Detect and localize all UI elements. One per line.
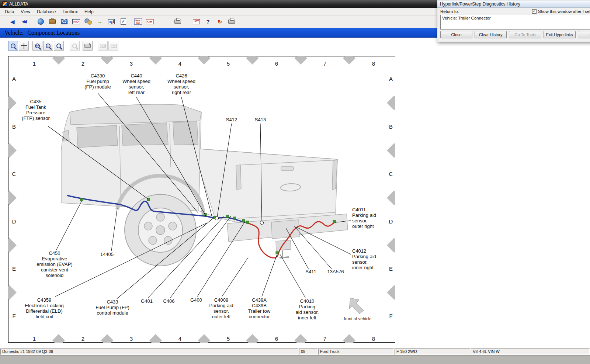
briefcase-icon xyxy=(49,19,56,24)
component-location-diagram[interactable]: front of vehicle 1122334455667788AABBCCD… xyxy=(8,56,395,343)
menu-help[interactable]: Help xyxy=(81,8,97,15)
show-window-checkbox[interactable]: ✓ xyxy=(532,9,537,14)
grid-col-8-bottom: 8 xyxy=(372,336,375,342)
callout-g401[interactable]: G401 xyxy=(141,298,153,304)
fax-printer-icon xyxy=(228,20,235,24)
show-window-checkbox-label: Show this window after I select a hype xyxy=(538,9,590,14)
asd-icon: ASD xyxy=(72,19,80,24)
menu-database[interactable]: Database xyxy=(34,8,59,15)
zoom-window-button[interactable]: □ xyxy=(43,41,53,51)
zoom-100-button[interactable]: 100% xyxy=(32,41,42,51)
grid-row-B-right: B xyxy=(389,124,393,130)
zoom-previous-button[interactable] xyxy=(70,41,80,51)
menu-toolbox[interactable]: Toolbox xyxy=(59,8,81,15)
grid-col-2-top: 2 xyxy=(81,60,84,67)
double-back-icon: ◀◀ xyxy=(22,20,27,24)
status-bar: Domestic #1 1982-09 Q3-0909Ford TruckF 1… xyxy=(0,348,590,355)
back-icon: ◀ xyxy=(11,19,15,24)
bottom-strip xyxy=(0,355,590,364)
grid-col-7-top: 7 xyxy=(323,60,326,67)
history-button[interactable] xyxy=(35,16,46,27)
car-arrow-icon: ↻ xyxy=(218,19,222,24)
callout-s413[interactable]: S413 xyxy=(255,117,266,122)
zoom-in-button[interactable]: + xyxy=(8,41,18,51)
status-field-4: V8-4.6L VIN W xyxy=(471,349,590,355)
grid-col-2-bottom: 2 xyxy=(81,336,84,342)
grid-row-D-left: D xyxy=(12,218,16,225)
pan-button[interactable] xyxy=(19,41,29,51)
splice-s412 xyxy=(215,217,219,220)
callout-n13a576[interactable]: 13A576 xyxy=(327,269,344,274)
zoom-100-icon: 100% xyxy=(35,44,40,48)
history-listbox[interactable]: Vehicle: Trailer Connector xyxy=(440,15,590,30)
dialog-help-button[interactable]: Help xyxy=(578,31,590,38)
pan-icon xyxy=(21,43,27,49)
reports-button[interactable] xyxy=(105,16,117,27)
world-clock-icon xyxy=(38,18,44,25)
grid-col-4-bottom: 4 xyxy=(178,336,181,342)
car-button[interactable]: Car xyxy=(144,16,156,27)
content-area: +100%□− xyxy=(0,38,590,348)
car-history-button[interactable]: ↻ xyxy=(214,16,226,27)
grid-row-D-right: D xyxy=(389,218,393,225)
grid-col-6-top: 6 xyxy=(275,60,278,67)
callout-s411[interactable]: S411 xyxy=(305,269,316,274)
dialog-button-row: CloseClear HistoryGo To TopicExit Hyperl… xyxy=(440,31,590,38)
grid-row-F-left: F xyxy=(12,313,15,319)
zoom-window-icon: □ xyxy=(46,44,51,48)
print-diagram-button[interactable] xyxy=(83,41,93,51)
fax-button[interactable] xyxy=(226,16,237,27)
checklist-button[interactable]: ✓ xyxy=(117,16,129,27)
zoom-out-icon: − xyxy=(56,44,61,48)
online-button[interactable]: → xyxy=(94,16,105,27)
gears-icon xyxy=(84,18,92,25)
menu-data[interactable]: Data xyxy=(1,8,17,15)
new-car-button[interactable]: New Car xyxy=(132,16,144,27)
grid-row-A-left: A xyxy=(12,76,16,82)
print-button[interactable] xyxy=(172,16,184,27)
callout-g400[interactable]: G400 xyxy=(190,297,202,303)
go-to-topic-button[interactable]: Go To Topic xyxy=(509,31,541,38)
snapshot-button[interactable] xyxy=(98,41,108,51)
app-icon xyxy=(2,1,7,7)
back-button[interactable]: ◀ xyxy=(7,16,18,27)
grid-row-F-right: F xyxy=(389,313,392,319)
vehicle-label: Vehicle: xyxy=(4,30,24,36)
exit-hyperlinks-button[interactable]: Exit Hyperlinks xyxy=(544,31,576,38)
grid-col-1-bottom: 1 xyxy=(33,336,36,342)
grid-col-3-top: 3 xyxy=(130,60,133,67)
alldata-window: ALLDATA DataViewDatabaseToolboxHelp ◀◀◀A… xyxy=(0,0,590,364)
check-doc-icon: ✓ xyxy=(121,18,126,25)
workbench-button[interactable] xyxy=(46,16,58,27)
help-button[interactable]: ? xyxy=(202,16,214,27)
asd-button[interactable]: ASD xyxy=(70,16,82,27)
callout-c406[interactable]: C406 xyxy=(163,298,174,304)
grid-col-1-top: 1 xyxy=(33,60,36,67)
callout-s412[interactable]: S412 xyxy=(226,117,237,122)
zoom-disabled-icon xyxy=(72,44,77,48)
grid-col-4-top: 4 xyxy=(178,60,181,67)
menu-view[interactable]: View xyxy=(17,8,34,15)
help-icon: ? xyxy=(206,19,209,24)
camera-icon xyxy=(100,44,106,48)
far-back-button[interactable]: ◀◀ xyxy=(18,16,30,27)
hyperlink-history-dialog: Hyperlink/PowerStep Diagnostics History … xyxy=(437,0,590,42)
history-list-item[interactable]: Vehicle: Trailer Connector xyxy=(442,16,590,20)
callout-n14405[interactable]: 14405 xyxy=(100,252,114,257)
vehicle-search-button[interactable] xyxy=(58,16,70,27)
diagram-container: front of vehicle 1122334455667788AABBCCD… xyxy=(8,56,395,343)
snapshot-compare-button[interactable] xyxy=(108,41,118,51)
printer-icon xyxy=(174,20,181,24)
close-button[interactable]: Close xyxy=(440,31,472,38)
camera-icon xyxy=(111,44,117,48)
hot-button[interactable]: HOT xyxy=(190,16,202,27)
car-icon: Car xyxy=(146,19,154,24)
grid-row-B-left: B xyxy=(12,124,16,130)
window-title: ALLDATA xyxy=(9,1,28,7)
clear-history-button[interactable]: Clear History xyxy=(475,31,507,38)
zoom-out-button[interactable]: − xyxy=(54,41,64,51)
zoom-toolbar: +100%□− xyxy=(8,41,590,51)
grid-row-A-right: A xyxy=(389,76,393,82)
status-field-2: Ford Truck xyxy=(318,349,394,355)
diagnostics-button[interactable] xyxy=(82,16,94,27)
